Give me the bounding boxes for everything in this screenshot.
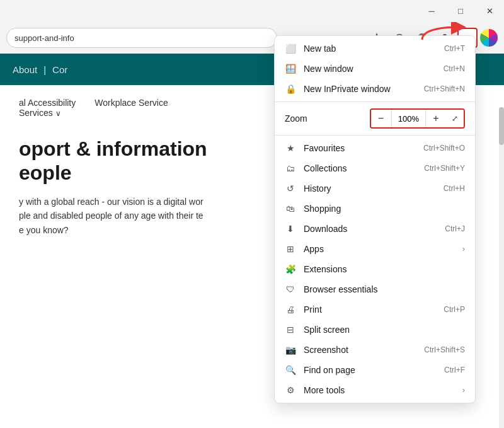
title-bar: ─ □ ✕	[0, 0, 504, 22]
scrollbar-thumb[interactable]	[499, 107, 504, 145]
new-inprivate-icon: 🔒	[285, 83, 296, 95]
screenshot-label: Screenshot	[304, 345, 416, 355]
menu-item-new-tab[interactable]: ⬜New tabCtrl+T	[275, 38, 475, 59]
workplace-services-text: Workplace Service	[94, 98, 168, 118]
more-tools-icon: ⚙	[285, 385, 296, 396]
print-shortcut: Ctrl+P	[444, 305, 465, 314]
new-window-shortcut: Ctrl+N	[444, 64, 465, 73]
print-label: Print	[304, 304, 436, 315]
accessibility-services-text: al Accessibility Services ∨	[19, 98, 76, 118]
address-bar[interactable]: support-and-info	[6, 28, 277, 48]
menu-item-extensions[interactable]: 🧩Extensions	[275, 259, 475, 279]
new-tab-icon: ⬜	[285, 43, 296, 54]
zoom-controls: − 100% + ⤢	[370, 108, 465, 129]
browser-essentials-label: Browser essentials	[304, 284, 465, 294]
favourites-shortcut: Ctrl+Shift+O	[423, 144, 465, 153]
menu-item-downloads[interactable]: ⬇DownloadsCtrl+J	[275, 219, 475, 239]
history-icon: ↺	[285, 183, 296, 194]
close-button[interactable]: ✕	[475, 0, 504, 22]
screenshot-shortcut: Ctrl+Shift+S	[424, 345, 465, 354]
menu-item-browser-essentials[interactable]: 🛡Browser essentials	[275, 279, 475, 299]
zoom-value: 100%	[391, 110, 426, 127]
history-label: History	[304, 183, 436, 194]
menu-item-apps[interactable]: ⊞Apps›	[275, 239, 475, 259]
menu-divider-top	[275, 101, 475, 102]
split-screen-label: Split screen	[304, 325, 465, 335]
menu-item-print[interactable]: 🖨PrintCtrl+P	[275, 299, 475, 320]
menu-item-screenshot[interactable]: 📷ScreenshotCtrl+Shift+S	[275, 340, 475, 360]
find-on-page-shortcut: Ctrl+F	[444, 366, 465, 374]
split-screen-icon: ⊟	[285, 324, 296, 335]
shopping-label: Shopping	[304, 204, 465, 214]
window-controls: ─ □ ✕	[417, 0, 504, 22]
menu-item-split-screen[interactable]: ⊟Split screen	[275, 320, 475, 340]
apps-arrow-icon: ›	[462, 245, 465, 253]
new-inprivate-label: New InPrivate window	[304, 84, 416, 94]
apps-icon: ⊞	[285, 243, 296, 255]
downloads-shortcut: Ctrl+J	[445, 224, 465, 233]
favourites-label: Favourites	[304, 143, 416, 153]
new-tab-shortcut: Ctrl+T	[444, 44, 465, 53]
collections-icon: 🗂	[285, 163, 296, 174]
minimize-button[interactable]: ─	[417, 0, 446, 22]
zoom-increase-button[interactable]: +	[426, 110, 446, 127]
zoom-control-row: Zoom − 100% + ⤢	[275, 105, 475, 132]
collections-shortcut: Ctrl+Shift+Y	[424, 164, 465, 173]
zoom-fullscreen-button[interactable]: ⤢	[446, 110, 464, 127]
screenshot-icon: 📷	[285, 344, 296, 356]
downloads-icon: ⬇	[285, 223, 296, 234]
menu-item-history[interactable]: ↺HistoryCtrl+H	[275, 178, 475, 199]
browser-essentials-icon: 🛡	[285, 284, 296, 295]
new-tab-label: New tab	[304, 43, 437, 54]
menu-item-shopping[interactable]: 🛍Shopping	[275, 199, 475, 219]
url-text: support-and-info	[14, 33, 74, 43]
menu-divider	[275, 135, 475, 136]
menu-item-new-window[interactable]: 🪟New windowCtrl+N	[275, 59, 475, 79]
new-window-icon: 🪟	[285, 63, 296, 74]
print-icon: 🖨	[285, 304, 296, 315]
nav-about[interactable]: About	[13, 64, 37, 75]
browser-menu: ⬜New tabCtrl+T🪟New windowCtrl+N🔒New InPr…	[274, 35, 476, 403]
profile-avatar[interactable]	[480, 29, 498, 47]
apps-label: Apps	[304, 244, 455, 254]
page-nav: About | Cor	[13, 64, 67, 75]
menu-item-favourites[interactable]: ★FavouritesCtrl+Shift+O	[275, 138, 475, 158]
extensions-icon: 🧩	[285, 263, 296, 275]
new-window-label: New window	[304, 64, 436, 74]
zoom-decrease-button[interactable]: −	[371, 110, 391, 127]
shopping-icon: 🛍	[285, 203, 296, 214]
zoom-label: Zoom	[285, 113, 365, 124]
extensions-label: Extensions	[304, 264, 465, 274]
nav-cor[interactable]: Cor	[52, 64, 67, 75]
history-shortcut: Ctrl+H	[444, 184, 465, 193]
find-on-page-label: Find on page	[304, 365, 437, 375]
more-tools-label: More tools	[304, 385, 455, 395]
menu-item-collections[interactable]: 🗂CollectionsCtrl+Shift+Y	[275, 158, 475, 178]
menu-item-find-on-page[interactable]: 🔍Find on pageCtrl+F	[275, 360, 475, 380]
menu-item-new-inprivate[interactable]: 🔒New InPrivate windowCtrl+Shift+N	[275, 79, 475, 99]
scrollbar-track[interactable]	[499, 107, 504, 428]
menu-item-more-tools[interactable]: ⚙More tools›	[275, 380, 475, 400]
new-inprivate-shortcut: Ctrl+Shift+N	[424, 84, 465, 93]
downloads-label: Downloads	[304, 224, 437, 234]
find-on-page-icon: 🔍	[285, 364, 296, 376]
nav-separator: |	[43, 64, 46, 75]
more-tools-arrow-icon: ›	[462, 386, 465, 395]
maximize-button[interactable]: □	[446, 0, 475, 22]
favourites-icon: ★	[285, 142, 296, 154]
collections-label: Collections	[304, 163, 416, 173]
